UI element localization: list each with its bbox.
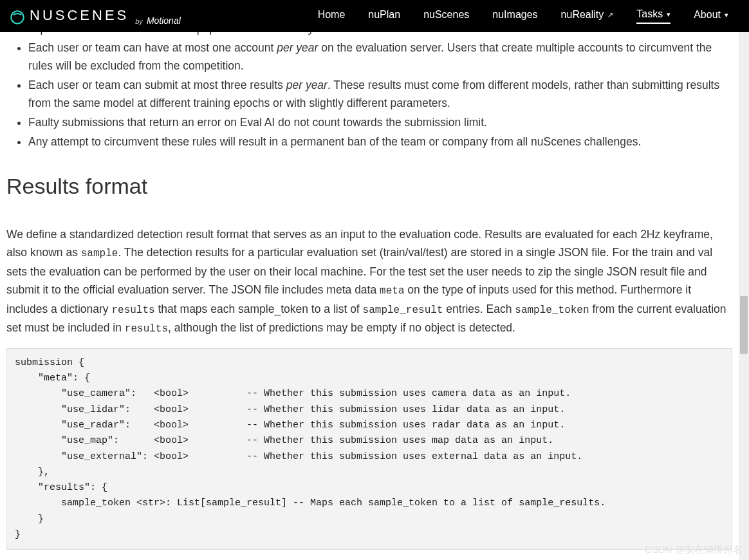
page-content: Top leaderboard entries and their papers… [0, 32, 739, 560]
emphasis: per year [277, 41, 318, 54]
brand-name: NUSCENES [30, 7, 129, 24]
brand-by: by [135, 17, 143, 25]
chevron-down-icon: ▾ [667, 10, 670, 19]
rule-item: Each user or team can submit at most thr… [28, 76, 732, 112]
code-sample-token: sample_token [515, 304, 589, 316]
chevron-down-icon: ▾ [725, 11, 728, 19]
submission-code-block: submission { "meta": { "use_camera": <bo… [6, 348, 732, 550]
rule-item: Faulty submissions that return an error … [28, 113, 732, 131]
code-sample: sample [81, 248, 118, 259]
nav-link-nureality[interactable]: nuReality↗ [561, 9, 614, 23]
code-sample-result: sample_result [363, 304, 443, 316]
rules-list: Top leaderboard entries and their papers… [6, 32, 732, 151]
results-format-paragraph: We define a standardized detection resul… [6, 225, 732, 337]
nav-link-label: nuPlan [368, 9, 400, 21]
nav-links: HomenuPlannuScenesnuImagesnuReality↗Task… [318, 8, 740, 24]
section-heading: Results format [6, 169, 732, 203]
nav-link-label: Tasks [636, 8, 663, 20]
vertical-scrollbar[interactable] [739, 32, 749, 560]
nav-link-nuscenes[interactable]: nuScenes [423, 9, 469, 23]
nav-link-label: Home [318, 9, 346, 21]
rule-item: Each user or team can have at most one a… [28, 39, 732, 75]
brand[interactable]: NUSCENES by Motional [9, 7, 181, 26]
top-navbar: NUSCENES by Motional HomenuPlannuScenesn… [0, 0, 749, 32]
external-link-icon: ↗ [607, 11, 613, 19]
code-meta: meta [380, 285, 404, 297]
code-results: results [111, 304, 154, 316]
nav-link-label: nuReality [561, 9, 604, 21]
brand-logo: NUSCENES [9, 7, 129, 24]
nav-link-about[interactable]: About▾ [694, 9, 728, 23]
page-viewport: Top leaderboard entries and their papers… [0, 32, 739, 560]
nav-link-nuplan[interactable]: nuPlan [368, 9, 400, 23]
nav-link-label: nuScenes [423, 9, 469, 21]
nav-link-label: About [694, 9, 721, 21]
nuscenes-logo-icon [9, 9, 26, 26]
emphasis: per year [286, 79, 328, 91]
nav-link-tasks[interactable]: Tasks▾ [636, 8, 670, 24]
nav-link-label: nuImages [492, 9, 537, 21]
scrollbar-thumb[interactable] [740, 296, 748, 354]
rule-item: Any attempt to circumvent these rules wi… [28, 133, 732, 151]
code-results2: results [125, 323, 168, 335]
nav-link-home[interactable]: Home [318, 9, 346, 23]
nav-link-nuimages[interactable]: nuImages [492, 9, 537, 23]
rule-item: Top leaderboard entries and their papers… [28, 32, 732, 37]
brand-motional: Motional [147, 15, 181, 26]
